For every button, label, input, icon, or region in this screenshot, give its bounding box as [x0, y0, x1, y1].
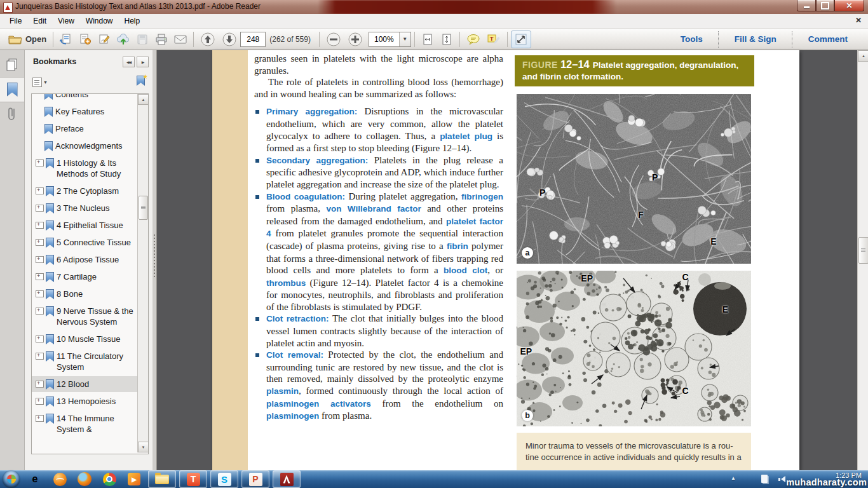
- taskbar-chrome-button[interactable]: [98, 471, 120, 487]
- menubar-close-icon[interactable]: ✕: [855, 16, 862, 25]
- bookmarks-scrollbar[interactable]: ▲ ▼: [137, 94, 148, 452]
- bookmark-item[interactable]: 10 Muscle Tissue: [32, 331, 137, 347]
- bookmark-item[interactable]: 5 Connective Tissue: [32, 234, 137, 250]
- bookmarks-scroll-thumb[interactable]: [139, 196, 148, 220]
- page-thumbnails-button[interactable]: [0, 53, 24, 77]
- open-button[interactable]: Open: [5, 31, 50, 48]
- taskbar-tango-button[interactable]: T: [179, 470, 207, 488]
- bookmark-item[interactable]: Acknowledgments: [32, 138, 137, 154]
- expander-plus-icon[interactable]: [36, 415, 44, 422]
- bookmark-options-button[interactable]: ▼: [32, 78, 48, 87]
- start-button[interactable]: [3, 471, 20, 488]
- title-bar[interactable]: Junqueiras Basic Histology Text and Atla…: [0, 0, 868, 14]
- attachments-button[interactable]: [0, 102, 24, 126]
- taskbar-internet-explorer-button[interactable]: e: [24, 471, 46, 487]
- key-term: plasminogen activators: [266, 399, 371, 409]
- scroll-up-icon[interactable]: ▲: [858, 50, 868, 62]
- save-button[interactable]: [133, 31, 152, 48]
- bookmark-item[interactable]: 8 Bone: [32, 286, 137, 302]
- expander-plus-icon[interactable]: [36, 159, 44, 166]
- scroll-down-icon[interactable]: ▼: [138, 442, 149, 452]
- taskbar-powerpoint-button[interactable]: P: [241, 470, 269, 488]
- bookmarks-panel-button[interactable]: [0, 77, 24, 102]
- taskbar-firefox-button[interactable]: [74, 471, 95, 487]
- scroll-up-icon[interactable]: ▲: [138, 94, 149, 105]
- bookmark-item[interactable]: Contents: [32, 94, 137, 102]
- fill-sign-button[interactable]: Fill & Sign: [719, 34, 792, 44]
- bullet-item: Secondary aggregation: Platelets in the …: [254, 154, 503, 191]
- expander-plus-icon[interactable]: [36, 308, 44, 315]
- send-upload-button[interactable]: [114, 31, 133, 48]
- tray-volume-icon[interactable]: [781, 476, 785, 482]
- close-button[interactable]: ✕: [834, 0, 864, 11]
- bookmark-item[interactable]: Key Features: [32, 104, 137, 119]
- expander-plus-icon[interactable]: [36, 273, 44, 280]
- bookmark-item[interactable]: 7 Cartilage: [32, 269, 137, 285]
- zoom-in-button[interactable]: [344, 31, 366, 48]
- expander-plus-icon[interactable]: [36, 353, 44, 360]
- bookmark-item[interactable]: 3 The Nucleus: [32, 200, 137, 216]
- collapse-panel-button[interactable]: ◀◀: [123, 57, 135, 67]
- expander-plus-icon[interactable]: [36, 256, 44, 263]
- comment-button[interactable]: Comment: [793, 34, 863, 44]
- expander-plus-icon[interactable]: [36, 187, 44, 194]
- expander-plus-icon[interactable]: [36, 381, 44, 388]
- bookmark-item[interactable]: 9 Nerve Tissue & the Nervous System: [32, 303, 137, 330]
- document-view[interactable]: granules seen in platelets with the ligh…: [157, 50, 857, 470]
- zoom-out-button[interactable]: [323, 31, 344, 48]
- previous-page-button[interactable]: [197, 31, 219, 48]
- key-term: blood clot: [444, 266, 487, 275]
- expander-plus-icon[interactable]: [36, 290, 44, 297]
- expander-plus-icon[interactable]: [36, 398, 44, 405]
- expander-plus-icon[interactable]: [36, 205, 44, 212]
- minimize-button[interactable]: [797, 0, 816, 11]
- document-scrollbar[interactable]: ▲: [857, 50, 868, 470]
- sign-document-button[interactable]: [95, 31, 114, 48]
- menu-help[interactable]: Help: [119, 15, 146, 27]
- bookmark-item[interactable]: 6 Adipose Tissue: [32, 252, 137, 268]
- expander-plus-icon[interactable]: [36, 336, 44, 342]
- taskbar-explorer-button[interactable]: [148, 470, 176, 488]
- figure-panel-a: PPFE a: [517, 94, 751, 264]
- zoom-dropdown-icon[interactable]: ▼: [399, 32, 410, 46]
- expander-plus-icon[interactable]: [36, 239, 44, 246]
- menu-file[interactable]: File: [4, 15, 27, 27]
- menu-view[interactable]: View: [52, 15, 80, 27]
- tools-button[interactable]: Tools: [665, 34, 718, 44]
- bookmark-item[interactable]: 4 Epithelial Tissue: [32, 217, 137, 233]
- bookmark-item[interactable]: 11 The Circulatory System: [32, 348, 137, 375]
- taskbar-skype-button[interactable]: S: [210, 470, 238, 488]
- share-file-button[interactable]: [57, 31, 76, 48]
- bookmark-item[interactable]: 1 Histology & Its Methods of Study: [32, 155, 137, 182]
- bookmark-item[interactable]: 14 The Immune System &: [32, 410, 137, 437]
- bookmark-item[interactable]: 13 Hemopoiesis: [32, 393, 137, 409]
- bookmark-item[interactable]: 12 Blood: [32, 376, 137, 392]
- next-page-button[interactable]: [219, 31, 240, 48]
- print-button[interactable]: [152, 31, 171, 48]
- taskbar-player-button[interactable]: ▶: [123, 471, 145, 487]
- figure-label-e: E: [710, 236, 716, 247]
- convert-pdf-button[interactable]: [76, 31, 95, 48]
- bookmark-item[interactable]: 2 The Cytoplasm: [32, 183, 137, 199]
- page-number-input[interactable]: [240, 32, 266, 47]
- panel-menu-button[interactable]: ▶: [137, 57, 149, 67]
- fit-page-button[interactable]: [437, 31, 456, 48]
- fit-width-button[interactable]: [418, 31, 437, 48]
- taskbar-reader-button[interactable]: [273, 470, 301, 488]
- tray-expand-icon[interactable]: ▲: [731, 475, 736, 481]
- taskbar-fdm-button[interactable]: [49, 471, 71, 487]
- new-bookmark-button[interactable]: [137, 76, 145, 88]
- zoom-level-control[interactable]: 100% ▼: [369, 32, 411, 47]
- document-scroll-thumb[interactable]: [858, 237, 868, 264]
- bookmark-item[interactable]: Preface: [32, 121, 137, 137]
- maximize-button[interactable]: [816, 0, 834, 11]
- panel-splitter[interactable]: [153, 50, 157, 470]
- tray-document-icon[interactable]: [761, 475, 768, 483]
- menu-window[interactable]: Window: [80, 15, 119, 27]
- email-button[interactable]: [171, 31, 190, 48]
- menu-edit[interactable]: Edit: [27, 15, 52, 27]
- fullscreen-button[interactable]: [511, 30, 531, 48]
- highlight-text-button[interactable]: T: [484, 31, 504, 48]
- expander-plus-icon[interactable]: [36, 222, 44, 229]
- add-comment-button[interactable]: [463, 31, 484, 48]
